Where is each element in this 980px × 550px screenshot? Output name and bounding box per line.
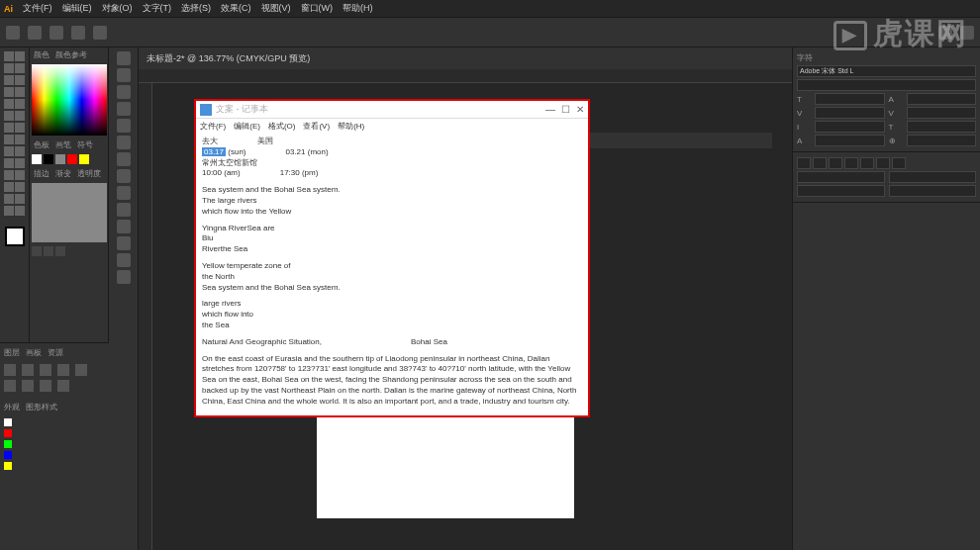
layers-tab[interactable]: 图层 (4, 347, 20, 358)
graph-tool[interactable] (15, 182, 25, 192)
appearance-tab[interactable]: 外观 (4, 402, 20, 412)
color-dot[interactable] (4, 440, 12, 448)
font-style-field[interactable] (797, 79, 976, 91)
selection-tool[interactable] (4, 51, 14, 61)
menu-file[interactable]: 文件(F) (23, 2, 52, 15)
para-field[interactable] (797, 185, 885, 197)
color-spectrum[interactable] (32, 64, 107, 136)
opt-icon[interactable] (6, 26, 20, 40)
mode-icon[interactable] (55, 246, 65, 256)
menu-view[interactable]: 视图(V) (261, 2, 291, 15)
panel-icon[interactable] (117, 68, 131, 82)
close-button[interactable]: ✕ (576, 104, 584, 115)
menu-effect[interactable]: 效果(C) (221, 2, 251, 15)
font-size-field[interactable] (815, 93, 885, 105)
line-tool[interactable] (15, 87, 25, 97)
panel-icon[interactable] (117, 51, 131, 65)
layer-icon[interactable] (57, 380, 69, 392)
align-btn[interactable] (813, 157, 827, 169)
guide-tab[interactable]: 颜色参考 (55, 49, 87, 60)
scale-tool[interactable] (15, 123, 25, 133)
color-dot[interactable] (4, 418, 12, 426)
trans-tab[interactable]: 透明度 (77, 168, 101, 179)
brush-tool[interactable] (15, 99, 25, 109)
layer-icon[interactable] (40, 364, 51, 376)
rectangle-tool[interactable] (4, 99, 14, 109)
brushes-tab[interactable]: 画笔 (55, 139, 71, 150)
layer-icon[interactable] (22, 364, 34, 376)
opt-icon[interactable] (71, 26, 85, 40)
menu-object[interactable]: 对象(O) (102, 2, 133, 15)
kerning-field[interactable] (815, 107, 885, 119)
hscale-field[interactable] (907, 121, 977, 133)
width-tool[interactable] (4, 135, 14, 144)
align-btn[interactable] (876, 157, 890, 169)
np-menu-edit[interactable]: 编辑(E) (234, 121, 260, 132)
swatch[interactable] (79, 154, 89, 164)
panel-icon[interactable] (117, 136, 131, 149)
symbols-tab[interactable]: 符号 (77, 139, 93, 150)
tracking-field[interactable] (907, 107, 977, 119)
curvature-tool[interactable] (15, 75, 25, 85)
leading-field[interactable] (907, 93, 977, 105)
direct-select-tool[interactable] (15, 51, 25, 61)
eyedropper-tool[interactable] (4, 170, 14, 180)
rotate-field[interactable] (907, 135, 977, 146)
lasso-tool[interactable] (15, 63, 25, 73)
mode-icon[interactable] (32, 246, 42, 256)
graphic-styles-tab[interactable]: 图形样式 (26, 402, 57, 412)
menu-select[interactable]: 选择(S) (181, 2, 211, 15)
minimize-button[interactable]: — (545, 104, 555, 115)
assets-tab[interactable]: 资源 (48, 347, 63, 358)
pen-tool[interactable] (4, 75, 14, 85)
para-field[interactable] (797, 171, 885, 183)
shape-builder-tool[interactable] (4, 146, 14, 156)
maximize-button[interactable]: ☐ (561, 104, 570, 115)
opt-icon[interactable] (93, 26, 107, 40)
np-menu-file[interactable]: 文件(F) (200, 121, 226, 132)
swatch[interactable] (32, 154, 42, 164)
type-tool[interactable] (4, 87, 14, 97)
color-dot[interactable] (4, 462, 12, 470)
color-dot[interactable] (4, 451, 12, 459)
align-btn[interactable] (892, 157, 906, 169)
swatches-tab[interactable]: 色板 (34, 139, 49, 150)
np-menu-view[interactable]: 查看(V) (303, 121, 330, 132)
layer-icon[interactable] (75, 364, 87, 376)
artboard-tool[interactable] (4, 194, 14, 204)
shaper-tool[interactable] (4, 111, 14, 121)
fill-stroke[interactable] (5, 227, 25, 246)
np-menu-format[interactable]: 格式(O) (268, 121, 296, 132)
rotate-tool[interactable] (4, 123, 14, 133)
opt-icon[interactable] (28, 26, 42, 40)
layer-icon[interactable] (4, 364, 16, 376)
para-field[interactable] (889, 171, 977, 183)
document-tab[interactable]: 未标题-2* @ 136.77% (CMYK/GPU 预览) (139, 47, 792, 69)
menu-window[interactable]: 窗口(W) (301, 2, 334, 15)
grad-tab[interactable]: 渐变 (55, 168, 71, 179)
zoom-tool[interactable] (15, 206, 25, 216)
layer-icon[interactable] (22, 380, 34, 392)
panel-icon[interactable] (117, 220, 131, 233)
panel-icon[interactable] (117, 169, 131, 183)
stroke-tab[interactable]: 描边 (34, 168, 49, 179)
align-btn[interactable] (797, 157, 811, 169)
blend-tool[interactable] (15, 170, 25, 180)
panel-icon[interactable] (117, 270, 131, 284)
swatch[interactable] (55, 154, 65, 164)
font-family-field[interactable]: Adobe 宋体 Std L (797, 65, 976, 77)
panel-icon[interactable] (117, 203, 131, 217)
panel-icon[interactable] (117, 102, 131, 116)
panel-icon[interactable] (117, 85, 131, 99)
perspective-tool[interactable] (15, 146, 25, 156)
align-btn[interactable] (829, 157, 842, 169)
opt-icon[interactable] (49, 26, 63, 40)
gradient-tool[interactable] (15, 158, 25, 168)
free-transform-tool[interactable] (15, 135, 25, 144)
hand-tool[interactable] (4, 206, 14, 216)
color-tab[interactable]: 颜色 (34, 49, 49, 60)
mode-icon[interactable] (44, 246, 53, 256)
eraser-tool[interactable] (15, 111, 25, 121)
menu-help[interactable]: 帮助(H) (343, 2, 373, 15)
dialog-titlebar[interactable]: 文案 - 记事本 — ☐ ✕ (196, 101, 588, 119)
